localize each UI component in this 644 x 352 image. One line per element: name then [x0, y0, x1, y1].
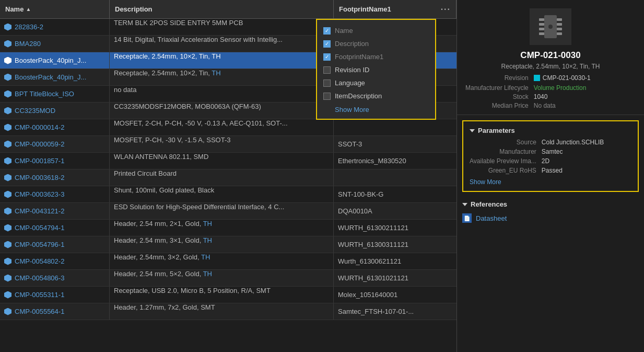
row-name-text: BMA280	[15, 40, 41, 48]
table-row[interactable]: CMP-0000059-2 MOSFET, P-CH, -30 V, -1.5 …	[0, 136, 456, 153]
svg-rect-3	[539, 28, 544, 30]
table-row[interactable]: CMP-0054806-3 Header, 2.54 mm, 5×2, Gold…	[0, 270, 456, 287]
checkbox-itemdesc[interactable]	[323, 93, 331, 100]
cell-name: CMP-0003618-2	[0, 169, 110, 186]
table-row[interactable]: CMP-0003618-2 Printed Circuit Board	[0, 169, 456, 186]
cell-description: CC3235MODSF12MOBR, MOB0063A (QFM-63)	[110, 103, 334, 119]
cell-description: Printed Circuit Board	[110, 169, 334, 186]
dropdown-item-name[interactable]: Name	[317, 24, 435, 37]
cell-description: MOSFET, 2-CH, P-CH, -50 V, -0.13 A, AEC-…	[110, 119, 334, 135]
revision-value-text: CMP-021-0030-1	[543, 74, 591, 82]
cell-description: Header, 1.27mm, 7x2, Gold, SMT	[110, 303, 334, 320]
cell-name: CMP-0054796-1	[0, 236, 110, 253]
param-preview-label: Available Preview Ima...	[470, 157, 536, 165]
table-row[interactable]: CMP-0001857-1 WLAN ANTENNA 802.11, SMD E…	[0, 153, 456, 169]
cell-description: Header, 2.54 mm, 2×1, Gold, TH	[110, 220, 334, 236]
references-triangle-icon	[462, 203, 467, 206]
table-row[interactable]: CMP-0000014-2 MOSFET, 2-CH, P-CH, -50 V,…	[0, 119, 456, 136]
datasheet-link[interactable]: Datasheet	[476, 214, 507, 222]
svg-point-9	[548, 25, 553, 29]
col-header-name[interactable]: Name ▲	[0, 0, 110, 18]
component-image	[530, 8, 571, 45]
param-source-value: Cold Junction.SCHLIB	[542, 139, 631, 146]
table-row[interactable]: CMP-0054794-1 Header, 2.54 mm, 2×1, Gold…	[0, 220, 456, 236]
parameters-grid: Source Cold Junction.SCHLIB Manufacturer…	[470, 139, 631, 174]
references-section: References 📄 Datasheet	[462, 197, 639, 227]
dropdown-label-name: Name	[335, 27, 353, 35]
table-row[interactable]: CMP-0055564-1 Header, 1.27mm, 7x2, Gold,…	[0, 303, 456, 320]
row-icon	[4, 224, 11, 232]
checkbox-description[interactable]	[323, 40, 331, 48]
cell-name: CMP-0054806-3	[0, 270, 110, 286]
row-icon	[4, 90, 11, 98]
cell-description: MOSFET, P-CH, -30 V, -1.5 A, SSOT-3	[110, 136, 334, 152]
row-name-text: BoosterPack_40pin_J...	[15, 73, 86, 81]
row-icon	[4, 141, 11, 148]
table-row[interactable]: CMP-0054796-1 Header, 2.54 mm, 3×1, Gold…	[0, 236, 456, 253]
cell-footprint: WURTH_61300311121	[334, 236, 456, 253]
checkbox-revision[interactable]	[323, 66, 331, 74]
row-name-text: CMP-0054794-1	[15, 224, 64, 232]
checkbox-name[interactable]	[323, 27, 331, 35]
row-icon	[4, 174, 11, 181]
name-header-label: Name	[5, 5, 24, 13]
param-preview-value: 2D	[542, 157, 631, 165]
checkbox-footprint[interactable]	[323, 53, 331, 61]
row-name-text: BoosterPack_40pin_J...	[15, 56, 86, 64]
cell-name: CMP-0003623-3	[0, 186, 110, 202]
cell-name: CMP-0055311-1	[0, 287, 110, 303]
cell-name: BMA280	[0, 36, 110, 52]
cell-name: CMP-0054802-2	[0, 253, 110, 269]
right-panel: CMP-021-0030 Receptacle, 2.54mm, 10×2, T…	[457, 0, 644, 352]
dropdown-item-revision[interactable]: Revision ID	[317, 63, 435, 76]
cell-footprint: SSOT-3	[334, 136, 456, 152]
dropdown-item-language[interactable]: Language	[317, 76, 435, 89]
cell-description: TERM BLK 2POS SIDE ENTRY 5MM PCB	[110, 19, 334, 35]
row-name-text: CMP-0055311-1	[15, 291, 64, 299]
cell-description: Receptacle, 2.54mm, 10×2, Tin, TH	[110, 69, 334, 85]
param-manufacturer-label: Manufacturer	[470, 148, 536, 155]
dropdown-item-footprint[interactable]: FootprintName1	[317, 50, 435, 63]
column-menu-button[interactable]: ···	[441, 5, 451, 14]
col-header-description[interactable]: Description	[110, 0, 334, 18]
table-row[interactable]: CMP-0054802-2 Header, 2.54mm, 3×2, Gold,…	[0, 253, 456, 270]
cell-name: CMP-0043121-2	[0, 203, 110, 219]
cell-footprint: DQA0010A	[334, 203, 456, 219]
sort-arrow-icon: ▲	[26, 6, 31, 12]
cell-footprint: WURTH_61301021121	[334, 270, 456, 286]
revision-label: Revision	[465, 74, 529, 83]
table-row[interactable]: CMP-0043121-2 ESD Solution for High-Spee…	[0, 203, 456, 220]
row-name-text: CMP-0003618-2	[15, 174, 64, 181]
price-label: Median Price	[465, 102, 529, 109]
row-icon	[4, 157, 11, 165]
row-icon	[4, 124, 11, 131]
cell-description: ESD Solution for High-Speed Differential…	[110, 203, 334, 219]
row-name-text: CMP-0003623-3	[15, 190, 64, 198]
dropdown-label-description: Description	[335, 40, 369, 48]
param-manufacturer-value: Samtec	[542, 148, 631, 155]
row-icon	[4, 24, 11, 31]
row-name-text: CMP-0043121-2	[15, 207, 64, 215]
parameters-show-more[interactable]: Show More	[470, 178, 631, 186]
row-name-text: CMP-0054806-3	[15, 274, 64, 282]
component-info-grid: Revision CMP-021-0030-1 Manufacturer Lif…	[465, 74, 636, 109]
parameters-section: Parameters Source Cold Junction.SCHLIB M…	[462, 120, 639, 192]
dropdown-item-description[interactable]: Description	[317, 37, 435, 50]
cell-description: WLAN ANTENNA 802.11, SMD	[110, 153, 334, 169]
param-rohs-label: Green_EU RoHS	[470, 167, 536, 174]
row-icon	[4, 208, 11, 215]
price-value: No data	[534, 102, 636, 109]
checkbox-language[interactable]	[323, 80, 331, 87]
reference-item-datasheet[interactable]: 📄 Datasheet	[462, 212, 639, 224]
table-panel: Name ▲ Description FootprintName1 ··· 28…	[0, 0, 457, 352]
description-header-label: Description	[115, 5, 153, 13]
table-row[interactable]: CMP-0055311-1 Receptacle, USB 2.0, Micro…	[0, 287, 456, 303]
cell-name: CMP-0055564-1	[0, 303, 110, 320]
row-icon	[4, 241, 11, 248]
cell-name: CMP-0000014-2	[0, 119, 110, 135]
dropdown-item-itemdesc[interactable]: ItemDescription	[317, 89, 435, 103]
table-row[interactable]: CMP-0003623-3 Shunt, 100mil, Gold plated…	[0, 186, 456, 203]
col-header-footprint[interactable]: FootprintName1 ···	[334, 0, 456, 18]
cell-description: 14 Bit, Digital, Triaxial Acceleration S…	[110, 36, 334, 52]
dropdown-show-more[interactable]: Show More	[317, 103, 435, 115]
